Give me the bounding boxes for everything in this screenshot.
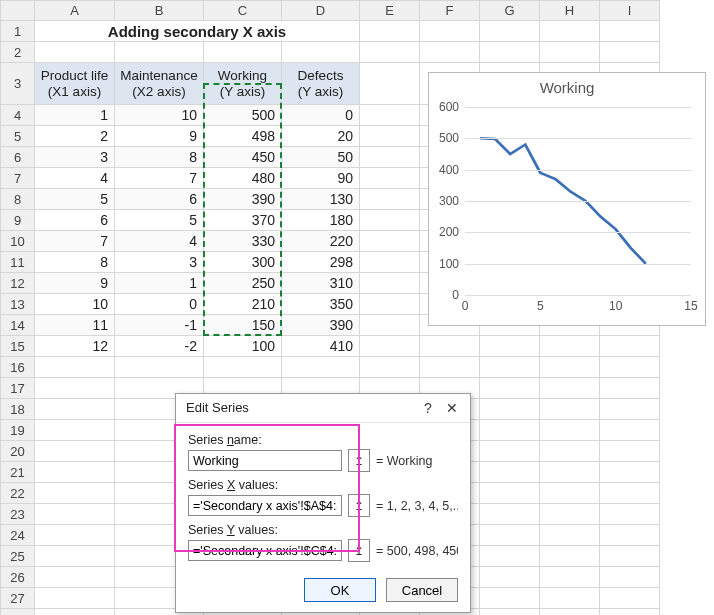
cancel-button[interactable]: Cancel bbox=[386, 578, 458, 602]
cell[interactable] bbox=[35, 567, 115, 588]
cell[interactable]: 50 bbox=[282, 147, 360, 168]
cell[interactable]: 3 bbox=[115, 252, 204, 273]
row-header[interactable]: 13 bbox=[1, 294, 35, 315]
cell[interactable] bbox=[480, 609, 540, 616]
cell[interactable] bbox=[360, 357, 420, 378]
row-header[interactable]: 10 bbox=[1, 231, 35, 252]
cell[interactable] bbox=[282, 357, 360, 378]
cell[interactable] bbox=[35, 42, 115, 63]
row-header[interactable]: 28 bbox=[1, 609, 35, 616]
row-header[interactable]: 7 bbox=[1, 168, 35, 189]
cell[interactable] bbox=[480, 357, 540, 378]
cell[interactable]: -1 bbox=[115, 315, 204, 336]
cell[interactable] bbox=[115, 357, 204, 378]
cell[interactable]: 100 bbox=[204, 336, 282, 357]
cell[interactable] bbox=[540, 441, 600, 462]
cell[interactable]: 9 bbox=[115, 126, 204, 147]
cell[interactable] bbox=[600, 441, 660, 462]
cell[interactable] bbox=[600, 42, 660, 63]
cell[interactable]: 4 bbox=[115, 231, 204, 252]
row-header[interactable]: 14 bbox=[1, 315, 35, 336]
cell[interactable]: 2 bbox=[35, 126, 115, 147]
cell[interactable]: 450 bbox=[204, 147, 282, 168]
cell[interactable] bbox=[480, 378, 540, 399]
embedded-chart[interactable]: Working 0100200300400500600 051015 bbox=[428, 72, 706, 326]
cell[interactable] bbox=[35, 525, 115, 546]
cell[interactable] bbox=[204, 42, 282, 63]
cell[interactable] bbox=[420, 336, 480, 357]
cell[interactable] bbox=[35, 420, 115, 441]
row-header[interactable]: 27 bbox=[1, 588, 35, 609]
cell[interactable]: Adding secondary X axis bbox=[35, 21, 360, 42]
range-picker-icon[interactable]: ↥ bbox=[348, 539, 370, 562]
row-header[interactable]: 5 bbox=[1, 126, 35, 147]
cell[interactable]: 250 bbox=[204, 273, 282, 294]
series-y-field[interactable] bbox=[188, 540, 342, 561]
cell[interactable] bbox=[540, 504, 600, 525]
row-header[interactable]: 4 bbox=[1, 105, 35, 126]
cell[interactable] bbox=[420, 42, 480, 63]
cell[interactable] bbox=[35, 609, 115, 616]
cell[interactable] bbox=[35, 588, 115, 609]
cell[interactable] bbox=[600, 567, 660, 588]
cell[interactable]: Product life(X1 axis) bbox=[35, 63, 115, 105]
cell[interactable] bbox=[540, 42, 600, 63]
cell[interactable] bbox=[115, 42, 204, 63]
cell[interactable] bbox=[420, 21, 480, 42]
cell[interactable] bbox=[360, 210, 420, 231]
cell[interactable]: 1 bbox=[115, 273, 204, 294]
series-name-field[interactable] bbox=[188, 450, 342, 471]
cell[interactable] bbox=[480, 588, 540, 609]
cell[interactable]: 3 bbox=[35, 147, 115, 168]
cell[interactable] bbox=[540, 336, 600, 357]
cell[interactable]: 210 bbox=[204, 294, 282, 315]
cell[interactable]: 5 bbox=[35, 189, 115, 210]
cell[interactable] bbox=[600, 504, 660, 525]
cell[interactable]: 390 bbox=[282, 315, 360, 336]
col-header[interactable]: I bbox=[600, 1, 660, 21]
cell[interactable] bbox=[35, 462, 115, 483]
cell[interactable] bbox=[540, 546, 600, 567]
cell[interactable] bbox=[540, 462, 600, 483]
cell[interactable]: 6 bbox=[35, 210, 115, 231]
cell[interactable] bbox=[35, 357, 115, 378]
cell[interactable] bbox=[480, 525, 540, 546]
cell[interactable] bbox=[360, 42, 420, 63]
cell[interactable] bbox=[35, 546, 115, 567]
close-icon[interactable]: ✕ bbox=[440, 394, 464, 422]
cell[interactable]: 20 bbox=[282, 126, 360, 147]
col-header[interactable]: G bbox=[480, 1, 540, 21]
cell[interactable] bbox=[360, 21, 420, 42]
cell[interactable]: 300 bbox=[204, 252, 282, 273]
cell[interactable]: 5 bbox=[115, 210, 204, 231]
cell[interactable] bbox=[600, 420, 660, 441]
cell[interactable]: 1 bbox=[35, 105, 115, 126]
cell[interactable] bbox=[35, 504, 115, 525]
col-header[interactable]: H bbox=[540, 1, 600, 21]
cell[interactable]: Defects(Y axis) bbox=[282, 63, 360, 105]
row-header[interactable]: 16 bbox=[1, 357, 35, 378]
cell[interactable] bbox=[35, 378, 115, 399]
cell[interactable] bbox=[540, 609, 600, 616]
cell[interactable]: 298 bbox=[282, 252, 360, 273]
cell[interactable]: -2 bbox=[115, 336, 204, 357]
cell[interactable]: 8 bbox=[35, 252, 115, 273]
cell[interactable] bbox=[540, 21, 600, 42]
cell[interactable] bbox=[480, 42, 540, 63]
row-header[interactable]: 21 bbox=[1, 462, 35, 483]
cell[interactable] bbox=[360, 189, 420, 210]
cell[interactable]: 12 bbox=[35, 336, 115, 357]
cell[interactable]: Working(Y axis) bbox=[204, 63, 282, 105]
cell[interactable] bbox=[600, 483, 660, 504]
cell[interactable] bbox=[540, 399, 600, 420]
cell[interactable] bbox=[35, 441, 115, 462]
cell[interactable]: 90 bbox=[282, 168, 360, 189]
cell[interactable] bbox=[35, 483, 115, 504]
col-header[interactable]: E bbox=[360, 1, 420, 21]
cell[interactable] bbox=[480, 21, 540, 42]
row-header[interactable]: 9 bbox=[1, 210, 35, 231]
row-header[interactable]: 2 bbox=[1, 42, 35, 63]
help-icon[interactable]: ? bbox=[416, 394, 440, 422]
cell[interactable] bbox=[600, 609, 660, 616]
cell[interactable]: 6 bbox=[115, 189, 204, 210]
